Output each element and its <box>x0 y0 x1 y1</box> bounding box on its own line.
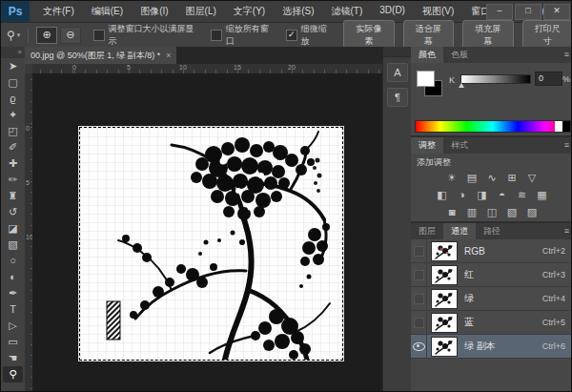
tool-blur[interactable]: ○ <box>3 253 23 269</box>
menu-item-view[interactable]: 视图(V) <box>415 2 461 21</box>
checkbox-scrubby-zoom[interactable]: ✓ 细微缩放 <box>286 23 335 48</box>
spectrum-black-swatch[interactable] <box>562 121 570 132</box>
channel-row-green[interactable]: 绿 Ctrl+4 <box>411 287 572 311</box>
document-tab[interactable]: 00.jpg @ 50%(图层 1, 绿 副本/8) * × <box>25 47 176 64</box>
zoom-tool-icon[interactable]: ⚲ ▾ <box>7 29 20 42</box>
tab-close-icon[interactable]: × <box>166 47 171 64</box>
adj-gradient-map-icon[interactable]: ▧ <box>505 205 520 219</box>
tool-rectangular-marquee[interactable]: ▢ <box>3 74 23 91</box>
tool-pen[interactable]: ✒ <box>3 285 23 301</box>
tool-history-brush[interactable]: ↺ <box>3 204 23 220</box>
tool-gradient[interactable]: ▧ <box>3 237 23 253</box>
spectrum-white-swatch[interactable] <box>555 121 562 132</box>
paragraph-panel-icon[interactable]: ¶ <box>387 88 408 107</box>
tab-swatches[interactable]: 色板 <box>443 47 476 63</box>
menu-item-select[interactable]: 选择(S) <box>275 2 321 21</box>
zoom-out-button[interactable]: ⊖ <box>60 27 81 44</box>
channel-row-blue[interactable]: 蓝 Ctrl+5 <box>411 311 572 335</box>
zoom-in-button[interactable]: ⊕ <box>36 27 57 44</box>
checkbox-box[interactable] <box>211 30 222 41</box>
k-slider[interactable] <box>460 74 531 84</box>
tab-adjustments[interactable]: 调整 <box>411 137 443 154</box>
foreground-color-swatch[interactable] <box>417 71 435 87</box>
close-button[interactable]: ✕ <box>543 4 570 20</box>
tool-quick-selection[interactable]: ✦ <box>3 107 23 123</box>
adj-threshold-icon[interactable]: ◫ <box>485 205 500 219</box>
tool-move[interactable]: ➤ <box>3 58 23 74</box>
tool-dodge[interactable]: ◐ <box>3 269 23 285</box>
color-spectrum-ramp[interactable] <box>415 120 571 133</box>
adj-hue-saturation-icon[interactable]: ◧ <box>435 188 449 202</box>
menu-item-3d[interactable]: 3D(D) <box>372 2 413 21</box>
visibility-toggle[interactable] <box>411 287 427 310</box>
tool-eraser[interactable]: ◪ <box>3 220 23 237</box>
tool-brush[interactable]: ✏ <box>3 172 23 188</box>
menu-item-file[interactable]: 文件(F) <box>35 2 82 21</box>
ruler-label: 20 <box>288 64 296 71</box>
k-slider-thumb[interactable] <box>459 83 464 88</box>
adj-exposure-icon[interactable]: ⊞ <box>505 171 520 185</box>
tool-crop[interactable]: ◰ <box>3 123 23 139</box>
tool-spot-healing-brush[interactable]: ✚ <box>3 155 23 172</box>
adj-curves-icon[interactable]: ∿ <box>485 171 500 185</box>
fit-screen-button[interactable]: 适合屏幕 <box>403 20 454 51</box>
adj-vibrance-icon[interactable]: ▽ <box>525 171 540 185</box>
tab-color[interactable]: 颜色 <box>411 47 443 63</box>
k-value-field[interactable]: 0 <box>535 72 562 86</box>
adj-color-balance-icon[interactable]: ◑ <box>455 188 469 202</box>
tool-eyedropper[interactable]: ✐ <box>3 139 23 155</box>
panel-menu-icon[interactable]: ≡ <box>564 226 569 236</box>
checkbox-box[interactable] <box>93 30 105 41</box>
foreground-background-swatches <box>417 71 445 99</box>
minimize-button[interactable]: – <box>486 4 513 20</box>
tool-rectangle[interactable]: ▭ <box>3 334 23 350</box>
adjustments-panel: 调整 样式 ≡ 添加调整 ☀ ▤ ∿ ⊞ ▽ ◧ ◑ ◨ ◓ ≋ <box>411 137 572 223</box>
fill-screen-button[interactable]: 填充屏幕 <box>462 20 513 51</box>
visibility-toggle[interactable] <box>411 239 427 262</box>
maximize-button[interactable]: □ <box>515 4 541 20</box>
menu-item-filter[interactable]: 滤镜(T) <box>324 2 371 21</box>
tool-hand[interactable]: ☚ <box>3 350 23 366</box>
adj-black-white-icon[interactable]: ◨ <box>475 188 489 202</box>
tab-styles[interactable]: 样式 <box>443 137 476 154</box>
tool-path-selection[interactable]: ▷ <box>3 318 23 334</box>
tab-channels[interactable]: 通道 <box>443 223 476 239</box>
channel-row-rgb[interactable]: RGB Ctrl+2 <box>411 239 572 263</box>
menu-item-image[interactable]: 图像(I) <box>133 2 175 21</box>
toolbar-collapse-header[interactable]: » <box>1 47 25 58</box>
tool-zoom[interactable]: ⚲ <box>3 366 23 382</box>
checkbox-zoom-all-windows[interactable]: 缩放所有窗口 <box>211 23 276 48</box>
tool-lasso[interactable]: ϱ <box>3 91 23 107</box>
channel-row-red[interactable]: 红 Ctrl+3 <box>411 263 572 287</box>
visibility-toggle[interactable] <box>411 311 427 334</box>
adj-channel-mixer-icon[interactable]: ≋ <box>515 188 529 202</box>
checkbox-resize-windows[interactable]: 调整窗口大小以满屏显示 <box>93 23 201 48</box>
panel-menu-icon[interactable]: ≡ <box>564 50 569 59</box>
canvas-area[interactable] <box>32 73 380 392</box>
adj-brightness-contrast-icon[interactable]: ☀ <box>445 171 460 185</box>
adj-color-lookup-icon[interactable]: ▦ <box>535 188 549 202</box>
visibility-toggle[interactable] <box>411 335 427 358</box>
print-size-button[interactable]: 打印尺寸 <box>522 20 572 51</box>
document-image[interactable] <box>79 127 343 361</box>
menu-item-edit[interactable]: 编辑(E) <box>84 2 131 21</box>
character-panel-icon[interactable]: A <box>387 63 408 82</box>
adj-selective-color-icon[interactable]: ▨ <box>525 205 540 219</box>
adj-photo-filter-icon[interactable]: ◓ <box>495 188 509 202</box>
menu-item-layer[interactable]: 图层(L) <box>178 2 224 21</box>
tools-panel: » ➤ ▢ ϱ ✦ ◰ ✐ ✚ ✏ ♜ ↺ ◪ ▧ ○ ◐ ✒ T ▷ ▭ ☚ … <box>1 47 26 392</box>
actual-pixels-button[interactable]: 实际像素 <box>343 20 394 51</box>
tab-paths[interactable]: 路径 <box>476 223 508 239</box>
menu-item-type[interactable]: 文字(Y) <box>226 2 273 21</box>
adj-invert-icon[interactable]: ◙ <box>445 205 460 219</box>
adj-levels-icon[interactable]: ▤ <box>465 171 480 185</box>
adj-posterize-icon[interactable]: ▥ <box>465 205 480 219</box>
tool-type[interactable]: T <box>3 301 23 318</box>
checkbox-box-checked[interactable]: ✓ <box>286 30 297 41</box>
tab-layers[interactable]: 图层 <box>411 223 443 239</box>
tool-clone-stamp[interactable]: ♜ <box>3 188 23 204</box>
dock-collapse-header[interactable] <box>383 47 412 57</box>
channel-row-green-copy[interactable]: 绿 副本 Ctrl+6 <box>411 335 572 359</box>
visibility-toggle[interactable] <box>411 263 427 286</box>
panel-menu-icon[interactable]: ≡ <box>564 140 569 150</box>
